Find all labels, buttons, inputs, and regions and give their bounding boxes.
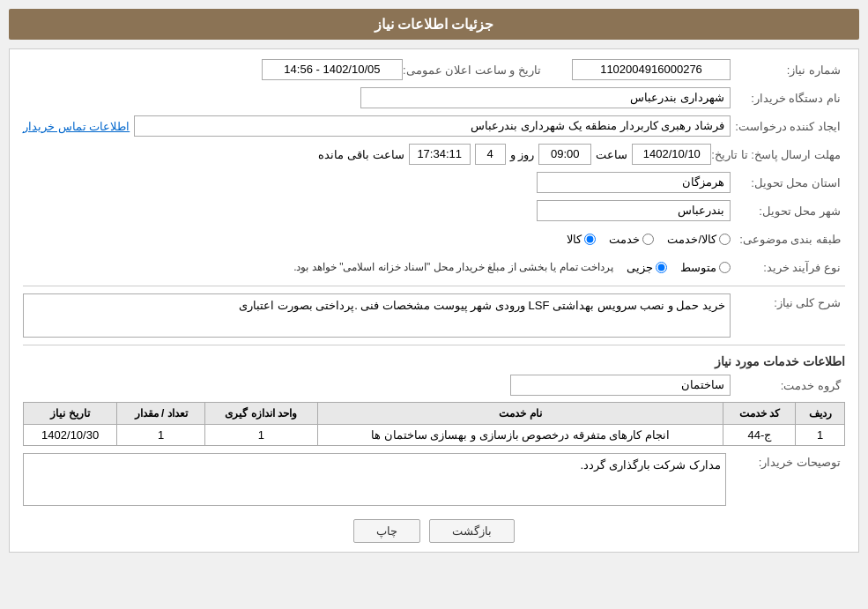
col-date: تاریخ نیاز — [24, 403, 117, 425]
radio-khadamat-label: خدمت — [609, 233, 640, 246]
row-requester: ایجاد کننده درخواست: فرشاد رهبری کاربردا… — [23, 115, 845, 137]
radio-motavaset-label: متوسط — [680, 261, 716, 274]
radio-khadamat-item: خدمت — [609, 233, 654, 246]
row-province: استان محل تحویل: هرمزگان — [23, 171, 845, 194]
back-button[interactable]: بازگشت — [429, 519, 515, 543]
service-info-title: اطلاعات خدمات مورد نیاز — [23, 354, 845, 368]
response-days-label: روز و — [510, 148, 535, 161]
response-remaining-label: ساعت باقی مانده — [318, 148, 404, 161]
row-service-group: گروه خدمت: ساختمان — [23, 374, 845, 397]
radio-jazei[interactable] — [656, 262, 667, 273]
col-name: نام خدمت — [317, 403, 723, 425]
table-row: 1ج-44انجام کارهای متفرقه درخصوص بازسازی … — [24, 425, 845, 446]
date-label: تاریخ و ساعت اعلان عمومی: — [403, 63, 545, 77]
service-group-label: گروه خدمت: — [731, 379, 845, 392]
row-response-deadline: مهلت ارسال پاسخ: تا تاریخ: 1402/10/10 سا… — [23, 143, 845, 166]
province-label: استان محل تحویل: — [731, 176, 845, 189]
radio-kala-khadamat[interactable] — [719, 234, 731, 245]
requester-label: ایجاد کننده درخواست: — [731, 120, 845, 133]
contact-info-link[interactable]: اطلاعات تماس خریدار — [23, 120, 130, 133]
buyer-org-value: شهرداری بندرعباس — [360, 87, 731, 108]
response-deadline-label: مهلت ارسال پاسخ: تا تاریخ: — [711, 148, 845, 161]
response-remaining-value: 17:34:11 — [409, 144, 471, 165]
buyer-desc-value: مدارک شرکت بارگذاری گردد. — [23, 453, 726, 506]
col-unit: واحد اندازه گیری — [204, 403, 317, 425]
radio-khadamat[interactable] — [642, 234, 654, 245]
response-time-value: 09:00 — [538, 144, 591, 165]
divider2 — [23, 345, 845, 345]
category-radio-group: کالا/خدمت خدمت کالا — [23, 233, 731, 246]
service-group-value: ساختمان — [510, 375, 731, 396]
col-code: کد خدمت — [723, 403, 796, 425]
radio-kala[interactable] — [584, 234, 596, 245]
radio-kala-label: کالا — [567, 233, 582, 246]
response-time-label: ساعت — [596, 148, 627, 161]
cell-name: انجام کارهای متفرقه درخصوص بازسازی و بهس… — [317, 425, 723, 446]
need-number-label: شماره نیاز: — [731, 63, 845, 77]
city-value: بندرعباس — [537, 200, 731, 221]
radio-motavaset-item: متوسط — [680, 261, 731, 274]
radio-kala-item: کالا — [567, 233, 596, 246]
date-value: 1402/10/05 - 14:56 — [262, 59, 403, 80]
requester-group: فرشاد رهبری کاربردار منطقه یک شهرداری بن… — [23, 115, 731, 137]
buyer-desc-box: توصیحات خریدار: مدارک شرکت بارگذاری گردد… — [23, 453, 845, 506]
radio-kala-khadamat-label: کالا/خدمت — [667, 233, 716, 246]
radio-motavaset[interactable] — [719, 262, 731, 273]
table-header-row: ردیف کد خدمت نام خدمت واحد اندازه گیری ت… — [24, 403, 845, 425]
city-label: شهر محل تحویل: — [731, 204, 845, 218]
buyer-org-label: نام دستگاه خریدار: — [731, 92, 845, 105]
row-category: طبقه بندی موضوعی: کالا/خدمت خدمت کالا — [23, 227, 845, 250]
category-label: طبقه بندی موضوعی: — [731, 233, 845, 246]
row-city: شهر محل تحویل: بندرعباس — [23, 199, 845, 222]
response-days-value: 4 — [475, 144, 506, 165]
cell-unit: 1 — [204, 425, 317, 446]
need-number-value: 1102004916000276 — [572, 59, 731, 80]
requester-value: فرشاد رهبری کاربردار منطقه یک شهرداری بن… — [134, 115, 731, 137]
page-title: جزئیات اطلاعات نیاز — [375, 17, 494, 32]
radio-kala-khadamat-item: کالا/خدمت — [667, 233, 731, 246]
divider1 — [23, 286, 845, 286]
cell-row: 1 — [796, 425, 845, 446]
service-table: ردیف کد خدمت نام خدمت واحد اندازه گیری ت… — [23, 402, 845, 446]
page-header: جزئیات اطلاعات نیاز — [9, 9, 859, 40]
row-need-number: شماره نیاز: 1102004916000276 تاریخ و ساع… — [23, 58, 845, 81]
print-button[interactable]: چاپ — [353, 519, 420, 543]
page-wrapper: جزئیات اطلاعات نیاز شماره نیاز: 11020049… — [0, 0, 868, 609]
col-quantity: تعداد / مقدار — [117, 403, 205, 425]
cell-date: 1402/10/30 — [24, 425, 117, 446]
deadline-group: 1402/10/10 ساعت 09:00 روز و 4 17:34:11 س… — [23, 144, 711, 165]
buyer-desc-label: توصیحات خریدار: — [731, 453, 845, 469]
radio-jazei-label: جزیی — [627, 261, 653, 274]
general-desc-label: شرح کلی نیاز: — [731, 293, 845, 309]
main-card: شماره نیاز: 1102004916000276 تاریخ و ساع… — [9, 48, 859, 553]
row-general-desc: شرح کلی نیاز: خرید حمل و نصب سرویس بهداش… — [23, 293, 845, 338]
row-buyer-org: نام دستگاه خریدار: شهرداری بندرعباس — [23, 86, 845, 109]
process-radio-group: متوسط جزیی پرداخت تمام یا بخشی از مبلغ خ… — [23, 261, 731, 274]
general-desc-value: خرید حمل و نصب سرویس بهداشتی LSF ورودی ش… — [23, 293, 731, 338]
cell-code: ج-44 — [723, 425, 796, 446]
province-value: هرمزگان — [537, 172, 731, 193]
radio-jazei-item: جزیی — [627, 261, 667, 274]
process-type-label: نوع فرآیند خرید: — [731, 261, 845, 274]
row-process-type: نوع فرآیند خرید: متوسط جزیی پرداخت تمام … — [23, 256, 845, 279]
process-note: پرداخت تمام یا بخشی از مبلغ خریدار محل "… — [23, 261, 613, 273]
response-date-value: 1402/10/10 — [632, 144, 711, 165]
col-row: ردیف — [796, 403, 845, 425]
cell-quantity: 1 — [117, 425, 205, 446]
buttons-row: بازگشت چاپ — [23, 519, 845, 543]
